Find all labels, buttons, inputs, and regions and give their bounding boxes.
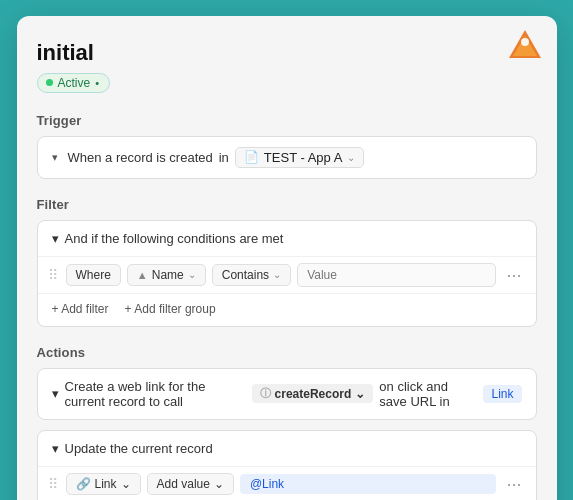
main-window: initial Active • Trigger ▾ When a record… xyxy=(17,16,557,500)
func-chip[interactable]: ⓘ createRecord ⌄ xyxy=(252,384,374,403)
status-badge: Active • xyxy=(37,73,111,93)
action2-field-row: ⠿ 🔗 Link ⌄ Add value ⌄ @Link ··· xyxy=(38,466,536,501)
action2-chevron[interactable]: ▾ xyxy=(52,441,59,456)
action2-card: ▾ Update the current record ⠿ 🔗 Link ⌄ A… xyxy=(37,430,537,501)
field-type-icon: ▲ xyxy=(137,269,148,281)
action2-value-label: Add value xyxy=(157,477,210,491)
action2-field-caret: ⌄ xyxy=(121,477,131,491)
action2-header-row: ▾ Update the current record xyxy=(38,431,536,466)
field-caret: ⌄ xyxy=(188,269,196,280)
drag-handle-icon[interactable]: ⠿ xyxy=(48,267,58,283)
action1-card: ▾ Create a web link for the current reco… xyxy=(37,368,537,420)
action2-drag-handle[interactable]: ⠿ xyxy=(48,476,58,492)
app-logo xyxy=(507,28,543,64)
filter-value-input[interactable] xyxy=(297,263,496,287)
trigger-app-selector[interactable]: 📄 TEST - App A ⌄ xyxy=(235,147,365,168)
trigger-app-name: TEST - App A xyxy=(264,150,343,165)
filter-chevron[interactable]: ▾ xyxy=(52,231,59,246)
info-icon: ⓘ xyxy=(260,386,271,401)
trigger-in-label: in xyxy=(219,150,229,165)
trigger-description: When a record is created xyxy=(68,150,213,165)
at-link-label: @Link xyxy=(250,477,284,491)
trigger-row: ▾ When a record is created in 📄 TEST - A… xyxy=(38,137,536,178)
action1-chevron[interactable]: ▾ xyxy=(52,386,59,401)
action2-value-caret: ⌄ xyxy=(214,477,224,491)
badge-caret: • xyxy=(95,77,99,89)
action1-suffix: on click and save URL in xyxy=(379,379,477,409)
page-title: initial xyxy=(37,40,537,66)
func-caret: ⌄ xyxy=(355,387,365,401)
operator-caret: ⌄ xyxy=(273,269,281,280)
action2-value-selector[interactable]: Add value ⌄ xyxy=(147,473,234,495)
action1-prefix: Create a web link for the current record… xyxy=(65,379,246,409)
filter-section-label: Filter xyxy=(37,197,537,212)
add-filter-group-button[interactable]: + Add filter group xyxy=(125,302,216,316)
trigger-chevron[interactable]: ▾ xyxy=(52,151,58,164)
action2-field-icon: 🔗 xyxy=(76,477,91,491)
badge-dot xyxy=(46,79,53,86)
action1-row: ▾ Create a web link for the current reco… xyxy=(38,369,536,419)
action1-link-label: Link xyxy=(491,387,513,401)
field-name: Name xyxy=(152,268,184,282)
trigger-app-caret: ⌄ xyxy=(347,152,355,163)
action1-link-chip[interactable]: Link xyxy=(483,385,521,403)
where-chip[interactable]: Where xyxy=(66,264,121,286)
actions-section-label: Actions xyxy=(37,345,537,360)
action2-more-button[interactable]: ··· xyxy=(502,473,525,495)
filter-header-label: And if the following conditions are met xyxy=(65,231,284,246)
trigger-card: ▾ When a record is created in 📄 TEST - A… xyxy=(37,136,537,179)
operator-label: Contains xyxy=(222,268,269,282)
where-label: Where xyxy=(76,268,111,282)
action2-field-name: Link xyxy=(95,477,117,491)
operator-selector[interactable]: Contains ⌄ xyxy=(212,264,291,286)
filter-more-button[interactable]: ··· xyxy=(502,264,525,286)
svg-point-2 xyxy=(521,38,529,46)
action2-field-selector[interactable]: 🔗 Link ⌄ xyxy=(66,473,141,495)
func-name: createRecord xyxy=(275,387,352,401)
add-filter-button[interactable]: + Add filter xyxy=(52,302,109,316)
filter-header-row: ▾ And if the following conditions are me… xyxy=(38,221,536,256)
trigger-section-label: Trigger xyxy=(37,113,537,128)
filter-add-row: + Add filter + Add filter group xyxy=(38,293,536,326)
trigger-app-icon: 📄 xyxy=(244,150,259,164)
badge-label: Active xyxy=(58,76,91,90)
filter-card: ▾ And if the following conditions are me… xyxy=(37,220,537,327)
action2-at-link[interactable]: @Link xyxy=(240,474,497,494)
field-selector[interactable]: ▲ Name ⌄ xyxy=(127,264,206,286)
action2-label: Update the current record xyxy=(65,441,213,456)
filter-condition-row: ⠿ Where ▲ Name ⌄ Contains ⌄ ··· xyxy=(38,256,536,293)
